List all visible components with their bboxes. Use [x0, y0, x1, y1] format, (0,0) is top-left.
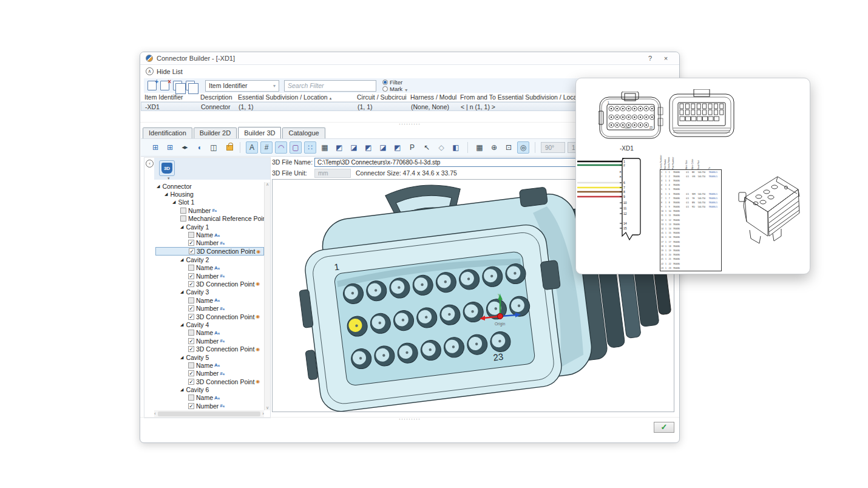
- scroll-down-icon[interactable]: ∨: [266, 405, 269, 410]
- column-header[interactable]: Item Identifier: [141, 93, 197, 101]
- checked-checkbox[interactable]: ✓: [188, 305, 194, 311]
- placement-icon[interactable]: P: [406, 141, 418, 154]
- expander-icon[interactable]: ◢: [172, 200, 175, 205]
- unchecked-checkbox[interactable]: [188, 297, 194, 303]
- expander-icon[interactable]: ◢: [164, 192, 168, 197]
- column-header[interactable]: Harness / Module: [407, 93, 456, 101]
- tab-catalogue[interactable]: Catalogue: [282, 127, 325, 139]
- expander-icon[interactable]: ◢: [180, 290, 183, 294]
- unchecked-checkbox[interactable]: [188, 265, 194, 271]
- unchecked-checkbox[interactable]: [188, 395, 194, 401]
- points-visibility-icon[interactable]: ∷: [304, 141, 316, 154]
- scrollbar-thumb[interactable]: [158, 412, 261, 416]
- column-header[interactable]: Description: [197, 93, 234, 101]
- tree-item-connector[interactable]: ◢Connector: [155, 182, 264, 190]
- compare-icon[interactable]: ◀▶: [178, 141, 191, 154]
- checked-checkbox[interactable]: ✓: [188, 273, 194, 279]
- check-model-icon[interactable]: ◫: [208, 141, 220, 154]
- expander-icon[interactable]: ◢: [180, 257, 183, 262]
- paste-item-icon[interactable]: [186, 81, 195, 90]
- close-button[interactable]: ×: [658, 55, 674, 62]
- expander-icon[interactable]: ◢: [180, 387, 183, 392]
- expander-icon[interactable]: ◢: [180, 322, 183, 327]
- tree-item-cavity-3[interactable]: ◢Cavity 3: [155, 288, 264, 296]
- unchecked-checkbox[interactable]: [180, 215, 186, 222]
- confirm-button[interactable]: ✓: [654, 422, 674, 433]
- tree-item-cavity-1[interactable]: ◢Cavity 1: [155, 223, 264, 231]
- diamond-icon[interactable]: ◇: [435, 141, 447, 154]
- expander-icon[interactable]: ◢: [180, 355, 183, 360]
- unchecked-checkbox[interactable]: [188, 330, 194, 336]
- pointer-icon[interactable]: ↖: [421, 141, 433, 154]
- snap-center-icon[interactable]: ⊕: [488, 141, 500, 154]
- view-top-icon[interactable]: ◪: [377, 141, 389, 154]
- view-back-icon[interactable]: ◩: [392, 141, 404, 154]
- tree-item-name[interactable]: NameA₆: [155, 231, 264, 239]
- hide-list-toggle[interactable]: ∧ Hide List: [146, 67, 183, 75]
- tree-item-cavity-4[interactable]: ◢Cavity 4: [155, 320, 264, 328]
- tree-item-number[interactable]: ✓Number#₆: [155, 402, 264, 410]
- checked-checkbox[interactable]: ✓: [188, 281, 194, 287]
- bend-visibility-icon[interactable]: ◠: [275, 141, 287, 154]
- tree-item-number[interactable]: ✓Number#₆: [155, 304, 264, 312]
- checked-checkbox[interactable]: ✓: [188, 338, 194, 344]
- add-view-icon[interactable]: ⊞: [149, 141, 161, 154]
- checked-checkbox[interactable]: ✓: [188, 403, 194, 409]
- column-header[interactable]: Essential Subdivision / Location▴: [234, 93, 353, 101]
- mode-3d-button[interactable]: 3D: [159, 160, 175, 176]
- delete-item-icon[interactable]: ×: [160, 81, 169, 90]
- checked-checkbox[interactable]: ✓: [189, 248, 195, 254]
- tree-item-3d-connection-point[interactable]: ✓3D Connection Point◉: [155, 247, 264, 256]
- tree-item-3d-connection-point[interactable]: ✓3D Connection Point◉: [155, 313, 264, 320]
- unchecked-checkbox[interactable]: [188, 232, 194, 238]
- number-visibility-icon[interactable]: #: [260, 141, 273, 154]
- frame-visibility-icon[interactable]: ▢: [290, 141, 302, 154]
- checked-checkbox[interactable]: ✓: [188, 314, 194, 320]
- tree-item-number[interactable]: ✓Number#₆: [155, 272, 264, 280]
- tree-item-cavity-6[interactable]: ◢Cavity 6: [155, 385, 264, 393]
- tree-item-name[interactable]: NameA₆: [155, 361, 264, 369]
- tree-vertical-scrollbar[interactable]: ∧ ∨: [264, 182, 270, 410]
- expander-icon[interactable]: ◢: [180, 225, 183, 229]
- tree-item-3d-connection-point[interactable]: ✓3D Connection Point◉: [155, 280, 264, 288]
- snap-box-icon[interactable]: ⊡: [503, 141, 515, 154]
- tab-identification[interactable]: Identification: [143, 127, 192, 139]
- tree-item-cavity-5[interactable]: ◢Cavity 5: [155, 353, 264, 361]
- checked-checkbox[interactable]: ✓: [188, 370, 194, 376]
- tree-item-cavity-2[interactable]: ◢Cavity 2: [155, 256, 264, 263]
- text-visibility-icon[interactable]: A: [246, 141, 258, 154]
- unchecked-checkbox[interactable]: [180, 208, 186, 214]
- view-iso-icon[interactable]: ◩: [333, 141, 345, 154]
- tree-item-number[interactable]: ✓Number#₆: [155, 239, 264, 247]
- field-selector-dropdown[interactable]: Item Identifier ▾: [205, 80, 279, 92]
- mark-radio[interactable]: Mark: [382, 86, 402, 92]
- scroll-left-icon[interactable]: ‹: [154, 411, 156, 416]
- view-splitter[interactable]: ·········: [140, 417, 679, 421]
- tree-item-number[interactable]: ✓Number#₆: [155, 337, 264, 345]
- tree-item-name[interactable]: NameA₆: [155, 264, 264, 272]
- help-button[interactable]: ?: [642, 55, 658, 62]
- checked-checkbox[interactable]: ✓: [188, 240, 194, 246]
- filter-radio[interactable]: Filter: [382, 79, 402, 86]
- cube-pair-icon[interactable]: ◧: [450, 141, 462, 154]
- scroll-up-icon[interactable]: ∧: [266, 182, 269, 186]
- tree-item-number[interactable]: Number#₆: [155, 206, 264, 214]
- tree-item-number[interactable]: ✓Number#₆: [155, 370, 264, 378]
- rotation-angle-input[interactable]: 90°: [541, 142, 565, 153]
- add-view-alt-icon[interactable]: ⊞: [164, 141, 176, 154]
- collapse-panel-button[interactable]: ‹: [146, 160, 154, 168]
- tree-item-name[interactable]: NameA₆: [155, 394, 264, 402]
- checked-checkbox[interactable]: ✓: [188, 379, 194, 385]
- tree-item-name[interactable]: NameA₆: [155, 296, 264, 304]
- tree-item-3d-connection-point[interactable]: ✓3D Connection Point◉: [155, 378, 264, 385]
- snap-circle-icon[interactable]: ◎: [517, 141, 529, 154]
- tree-item-name[interactable]: NameA₆: [155, 329, 264, 337]
- eraser-icon[interactable]: ◖: [193, 141, 205, 154]
- toolbar-overflow-icon[interactable]: ▾: [405, 87, 407, 93]
- view-side-icon[interactable]: ◩: [362, 141, 375, 154]
- column-header[interactable]: Circuit / Subcircuit: [353, 93, 407, 101]
- tab-builder-2d[interactable]: Builder 2D: [194, 127, 237, 139]
- tree-horizontal-scrollbar[interactable]: ‹ ›: [154, 410, 264, 417]
- tree-item-slot-1[interactable]: ◢Slot 1: [155, 198, 264, 206]
- grid-visibility-icon[interactable]: ▦: [319, 141, 331, 154]
